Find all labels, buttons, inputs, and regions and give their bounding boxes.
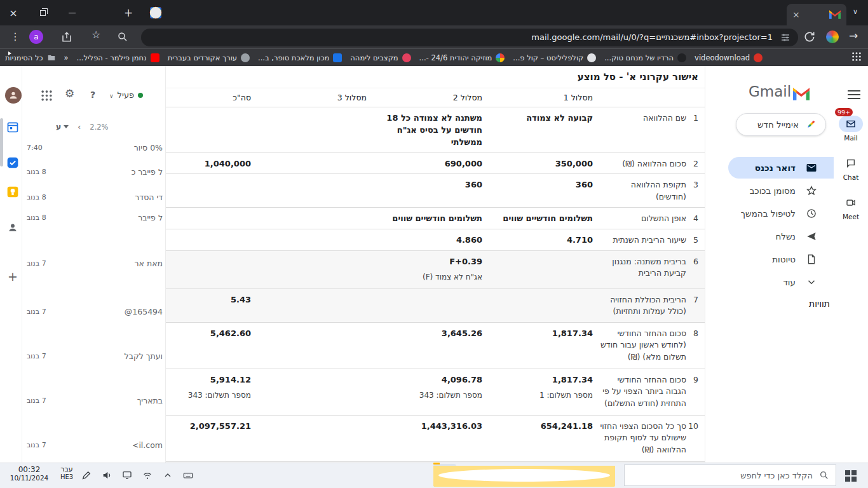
sidebar-item-chevron-down[interactable]: עוד <box>728 271 834 293</box>
bookmark-item[interactable]: עורך אקורדים בעברית <box>168 53 250 62</box>
column-header: מסלול 1 <box>487 88 597 107</box>
back-arrow-icon[interactable] <box>849 29 858 42</box>
cell-value: 1,040,000 <box>167 158 251 170</box>
search-icon[interactable] <box>117 31 128 43</box>
cell-value: 5,914.12 <box>167 374 251 386</box>
active-tab-gmail[interactable] <box>787 4 846 25</box>
bookmark-star-icon[interactable] <box>92 29 100 41</box>
reload-icon[interactable] <box>803 30 816 43</box>
sidebar-item-star[interactable]: מסומן בכוכב <box>728 180 834 201</box>
sidebar-item-inbox[interactable]: דואר נכנס <box>728 157 834 179</box>
row-label: 1שם ההלוואה <box>597 107 705 128</box>
bookmark-item[interactable]: נחמן פילמר - הפליל... <box>77 53 159 62</box>
sidebar-item-send[interactable]: נשלח <box>728 226 834 247</box>
clock[interactable]: 00:32 10/11/2024 <box>5 465 53 482</box>
apps-grid-icon[interactable] <box>851 51 862 62</box>
keyboard-icon[interactable] <box>183 470 193 480</box>
bookmark-item[interactable]: מוזיקה יהודית 24/6 -... <box>419 53 505 62</box>
share-icon[interactable] <box>61 31 72 43</box>
bookmark-label: מקצבים לימהה <box>350 53 398 62</box>
cell-value: 5.43 <box>167 294 251 306</box>
window-minimize-button[interactable] <box>64 4 80 21</box>
sidebar-item-draft[interactable]: טיוטות <box>728 248 834 270</box>
email-list-item[interactable]: 8 בנובדי הסדר <box>27 191 163 203</box>
chevron-up-icon[interactable] <box>163 470 173 480</box>
cell-value: 4.710 <box>490 234 593 247</box>
email-date: 7:40 <box>27 144 43 152</box>
table-row: 4אופן התשלוםתשלומים חודשיים שוויםתשלומים… <box>166 208 705 229</box>
light-favicon <box>150 7 161 18</box>
bookmark-item[interactable]: הרדיו של מנחם טוק... <box>604 53 686 62</box>
circle-icon <box>241 53 250 62</box>
row-label-text: אופן התשלום <box>641 213 686 225</box>
rail-item-chat[interactable]: Chat <box>834 151 868 191</box>
start-button[interactable] <box>845 470 857 482</box>
row-label-text: סך כל הסכום הצפוי החזוי שישולם עד לסוף ת… <box>599 421 686 456</box>
add-panel-icon[interactable] <box>6 269 19 282</box>
email-list: 7:400% סיור8 בנובל פייבר כ8 בנובדי הסדר8… <box>23 66 164 463</box>
square-icon <box>333 53 342 62</box>
gmail-favicon <box>829 10 841 19</box>
language-indicator[interactable]: עבר HE3 <box>55 465 79 480</box>
extension-icon[interactable] <box>826 30 839 43</box>
bookmark-item[interactable]: קולפליליסט – קול פ... <box>513 53 596 62</box>
tasks-icon[interactable] <box>6 156 19 169</box>
new-tab-button[interactable] <box>121 5 136 20</box>
email-list-item[interactable]: 7 בנובועתך לקבל <box>27 349 163 362</box>
calendar-icon[interactable] <box>6 121 19 133</box>
document-title: אישור עקרוני א' - סל מוצע <box>578 71 698 83</box>
tab-close-icon[interactable] <box>792 10 800 20</box>
bookmark-label: מכון מלאכת סופר, ב... <box>258 53 329 62</box>
bookmarks-list: כל הסימניות«נחמן פילמר - הפליל...עורך אק… <box>5 49 763 66</box>
cell-value: 1,443,316.03 <box>374 421 482 433</box>
speaker-icon[interactable] <box>102 470 112 480</box>
tab-light[interactable] <box>150 7 161 18</box>
email-list-item[interactable]: 8 בנובל פייבר <box>27 211 163 224</box>
value-cell: F+0.39אג"ח לא צמוד (F) <box>372 251 487 286</box>
taskbar-search-input[interactable]: הקלד כאן כדי לחפש <box>624 464 836 486</box>
cell-value: תשלומים חודשיים שווים <box>490 213 593 225</box>
tab-search-icon[interactable] <box>853 8 858 16</box>
value-cell <box>487 462 597 463</box>
value-cell <box>266 229 372 238</box>
row-label-text: הריבית הכוללת החזויה (כולל עמלות ותחזיות… <box>599 294 686 318</box>
profile-avatar[interactable] <box>5 87 22 104</box>
network-icon[interactable] <box>142 470 153 480</box>
sidebar-item-clock[interactable]: לטיפול בהמשך <box>728 203 834 224</box>
address-bar[interactable]: mail.google.com/mail/u/0/?q=משכנתיים#inb… <box>141 29 798 46</box>
email-list-item[interactable]: 8 בנובל פייבר כ <box>27 165 163 178</box>
display-icon[interactable] <box>122 470 132 480</box>
rail-item-mail[interactable]: 99+Mail <box>834 112 868 151</box>
hamburger-menu-icon[interactable] <box>848 90 860 100</box>
pen-icon[interactable] <box>81 470 92 480</box>
bookmark-item[interactable]: כל הסימניות <box>5 53 56 62</box>
meet-icon <box>839 194 863 211</box>
window-close-button[interactable] <box>5 4 22 21</box>
extension-avatar[interactable]: a <box>29 30 43 44</box>
email-list-item[interactable]: 7 בנוב165494@ <box>27 305 163 318</box>
email-list-item[interactable]: 7 בנובבתאריך <box>27 394 163 407</box>
table-row: 5שיעור הריבית השנתית4.7104.860 <box>166 229 705 251</box>
keep-icon[interactable] <box>6 186 19 198</box>
row-label: 7הריבית הכוללת החזויה (כולל עמלות ותחזיו… <box>597 289 705 322</box>
flower-icon <box>496 53 505 62</box>
bookmark-item[interactable]: videodownload <box>695 53 763 62</box>
send-icon <box>806 231 817 242</box>
email-list-item[interactable]: 7 בנובמאת אר <box>27 257 163 269</box>
row-label-text: שיעור הריבית השנתית <box>613 234 686 247</box>
rail-item-meet[interactable]: Meet <box>834 191 868 230</box>
email-list-item[interactable]: 7:400% סיור <box>27 141 163 154</box>
contacts-icon[interactable] <box>6 221 19 234</box>
cell-value: 360 <box>374 179 482 191</box>
compose-button[interactable]: אימייל חדש <box>736 113 826 136</box>
value-cell: 5,462.60 <box>165 323 266 344</box>
search-filters-icon[interactable] <box>780 32 790 43</box>
window-restore-button[interactable] <box>34 4 51 21</box>
email-list-item[interactable]: 7 בנובil.com> <box>27 438 163 451</box>
menu-kebab-icon[interactable] <box>10 30 20 43</box>
scrollbar[interactable] <box>0 118 3 166</box>
attachment-preview: אישור עקרוני א' - סל מוצע מסלול 1מסלול 2… <box>165 66 705 463</box>
bookmark-item[interactable]: מקצבים לימהה <box>350 53 410 62</box>
bookmark-item[interactable]: מכון מלאכת סופר, ב... <box>258 53 342 62</box>
bookmark-item[interactable]: « <box>64 53 69 62</box>
